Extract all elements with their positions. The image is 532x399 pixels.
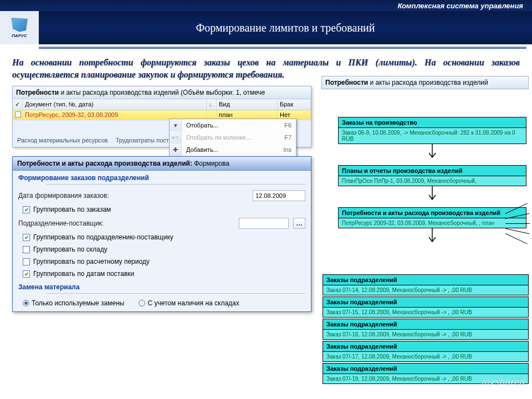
date-label: Дата формирования заказов: [18,192,248,200]
page-title: Формирование лимитов и требований [39,22,532,34]
grid-window-title: Потребности и акты расхода производства … [13,86,311,99]
date-input[interactable] [253,190,305,201]
formation-dialog: Потребности и акты расхода производства … [12,156,311,312]
grid-col-check[interactable]: ✓ [13,99,23,110]
grid-col-defect[interactable]: Брак [278,99,311,110]
flow-box-needs[interactable]: Потребности и акты расхода производства … [338,207,526,228]
grid-col-document[interactable]: Документ (тип, №, дата) [23,99,207,110]
radio-with-stock[interactable]: С учетом наличия на складах [139,299,239,307]
chk-group-dates[interactable] [23,270,30,278]
arrow-down-icon [338,228,526,245]
group-orders-title: Формирование заказов подразделений [13,171,311,184]
radio-only-used[interactable]: Только используемые замены [23,299,124,307]
funnel-equals-icon: ▾= [170,131,182,144]
flow-box-suborder[interactable]: Заказы подразделенийЗаказ 07/-15, 12.08.… [323,296,529,318]
chk-group-store-label: Группировать по складу [33,245,108,253]
flow-stack: Заказы подразделенийЗаказ 07/-14, 12.08.… [323,273,529,384]
divider [39,47,526,49]
flow-box-suborder[interactable]: Заказы подразделенийЗаказ 07/-16, 12.08.… [323,319,529,340]
plus-icon: ✚ [170,144,182,156]
flow-box-orders[interactable]: Заказы на производство Заказ 06-9, 10.08… [338,117,526,144]
radio-off-icon [139,300,145,306]
flow-box-plans[interactable]: Планы и отчеты производства изделий План… [338,165,526,186]
system-title-bar: Комплексная система управления [0,0,532,11]
radio-on-icon [23,300,29,306]
arrow-down-icon [338,144,526,161]
funnel-icon: ▾ [170,119,182,131]
tab-resources[interactable]: Расход материальных ресурсов [15,136,110,145]
arrow-down-icon [338,186,526,203]
dialog-title: Потребности и акты расхода производства … [13,157,311,171]
flow-box-suborder[interactable]: Заказы подразделенийЗаказ 07/-17, 12.08.… [323,341,529,362]
chk-group-orders[interactable] [23,206,30,213]
chk-group-store[interactable] [23,246,30,253]
system-title: Комплексная система управления [397,2,523,10]
flow-box-suborder[interactable]: Заказы подразделенийЗаказ 07/-14, 12.08.… [323,274,529,295]
sort-down-icon[interactable]: ↓ [207,99,217,110]
flow-panel: Потребности и акты расхода производства … [321,76,529,386]
chk-group-orders-label: Группировать по заказам [33,206,111,213]
page-title-bar: ПАРУС Формирование лимитов и требований [0,11,532,44]
row-checkbox[interactable] [15,111,21,117]
logo-block: ПАРУС [0,11,39,44]
flow-window-title: Потребности и акты расхода производства … [321,76,529,89]
logo-text: ПАРУС [12,33,27,38]
chk-group-dates-label: Группировать по датам поставки [33,270,134,278]
supplier-input[interactable] [239,218,289,229]
watermark-text: myshared [482,377,525,387]
chk-group-period-label: Группировать по расчетному периоду [33,258,150,265]
grid-col-kind[interactable]: Вид [217,99,278,110]
grid-header: ✓ Документ (тип, №, дата) ↓ Вид Брак [13,99,311,110]
supplier-lookup-button[interactable]: … [293,218,305,229]
menu-filter-column: ▾= Отобрать по колонке... F7 [170,131,296,144]
supplier-label: Подразделение-поставщик: [18,219,234,227]
menu-filter[interactable]: ▾ Отобрать... F6 [170,119,296,131]
chk-group-period[interactable] [23,258,30,265]
chk-group-supplier[interactable] [23,234,30,241]
menu-add[interactable]: ✚ Добавить... Ins [170,144,296,156]
group-material-title: Замена материала [13,280,311,293]
chk-group-supplier-label: Группировать по подразделению-поставщику [33,233,173,241]
parus-logo-icon [11,18,28,32]
